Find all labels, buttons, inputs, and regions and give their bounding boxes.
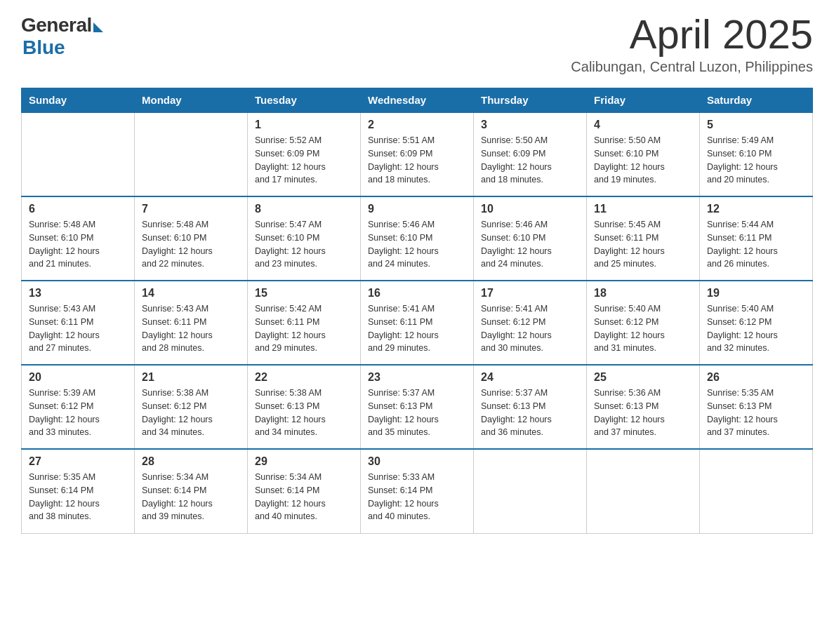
calendar-header-monday: Monday	[135, 88, 248, 113]
calendar-day-cell	[700, 449, 813, 533]
calendar-day-cell: 12Sunrise: 5:44 AM Sunset: 6:11 PM Dayli…	[700, 196, 813, 281]
day-number: 2	[368, 119, 466, 131]
day-number: 28	[142, 455, 240, 468]
day-number: 7	[142, 203, 240, 215]
day-info: Sunrise: 5:50 AM Sunset: 6:09 PM Dayligh…	[481, 134, 579, 187]
calendar-day-cell: 13Sunrise: 5:43 AM Sunset: 6:11 PM Dayli…	[22, 281, 135, 365]
calendar-header-thursday: Thursday	[474, 88, 587, 113]
day-info: Sunrise: 5:35 AM Sunset: 6:13 PM Dayligh…	[707, 387, 805, 439]
day-number: 9	[368, 203, 466, 215]
day-info: Sunrise: 5:34 AM Sunset: 6:14 PM Dayligh…	[142, 471, 240, 523]
calendar-day-cell: 1Sunrise: 5:52 AM Sunset: 6:09 PM Daylig…	[248, 112, 361, 196]
day-number: 22	[255, 371, 353, 384]
logo-general-text: General	[21, 14, 92, 36]
day-info: Sunrise: 5:50 AM Sunset: 6:10 PM Dayligh…	[594, 134, 692, 187]
day-number: 26	[707, 371, 805, 384]
title-section: April 2025 Calibungan, Central Luzon, Ph…	[571, 14, 813, 75]
calendar-day-cell: 20Sunrise: 5:39 AM Sunset: 6:12 PM Dayli…	[22, 365, 135, 449]
day-number: 5	[707, 119, 805, 131]
calendar-day-cell: 19Sunrise: 5:40 AM Sunset: 6:12 PM Dayli…	[700, 281, 813, 365]
calendar-day-cell: 8Sunrise: 5:47 AM Sunset: 6:10 PM Daylig…	[248, 196, 361, 281]
logo: General Blue	[21, 14, 103, 59]
day-info: Sunrise: 5:40 AM Sunset: 6:12 PM Dayligh…	[707, 302, 805, 355]
day-info: Sunrise: 5:37 AM Sunset: 6:13 PM Dayligh…	[368, 387, 466, 439]
day-info: Sunrise: 5:40 AM Sunset: 6:12 PM Dayligh…	[594, 302, 692, 355]
day-info: Sunrise: 5:38 AM Sunset: 6:13 PM Dayligh…	[255, 387, 353, 439]
day-number: 18	[594, 287, 692, 300]
day-info: Sunrise: 5:45 AM Sunset: 6:11 PM Dayligh…	[594, 218, 692, 271]
calendar-day-cell	[135, 112, 248, 196]
calendar-day-cell: 14Sunrise: 5:43 AM Sunset: 6:11 PM Dayli…	[135, 281, 248, 365]
calendar-day-cell: 16Sunrise: 5:41 AM Sunset: 6:11 PM Dayli…	[361, 281, 474, 365]
calendar-week-row: 6Sunrise: 5:48 AM Sunset: 6:10 PM Daylig…	[22, 196, 813, 281]
header: General Blue April 2025 Calibungan, Cent…	[21, 14, 813, 75]
calendar-day-cell	[587, 449, 700, 533]
day-number: 10	[481, 203, 579, 215]
day-info: Sunrise: 5:51 AM Sunset: 6:09 PM Dayligh…	[368, 134, 466, 187]
calendar-day-cell: 29Sunrise: 5:34 AM Sunset: 6:14 PM Dayli…	[248, 449, 361, 533]
day-info: Sunrise: 5:37 AM Sunset: 6:13 PM Dayligh…	[481, 387, 579, 439]
location-text: Calibungan, Central Luzon, Philippines	[571, 59, 813, 75]
calendar-day-cell: 24Sunrise: 5:37 AM Sunset: 6:13 PM Dayli…	[474, 365, 587, 449]
day-info: Sunrise: 5:49 AM Sunset: 6:10 PM Dayligh…	[707, 134, 805, 187]
day-number: 19	[707, 287, 805, 300]
day-number: 13	[29, 287, 127, 300]
calendar-day-cell: 22Sunrise: 5:38 AM Sunset: 6:13 PM Dayli…	[248, 365, 361, 449]
calendar-day-cell: 23Sunrise: 5:37 AM Sunset: 6:13 PM Dayli…	[361, 365, 474, 449]
day-number: 12	[707, 203, 805, 215]
day-number: 6	[29, 203, 127, 215]
day-info: Sunrise: 5:46 AM Sunset: 6:10 PM Dayligh…	[368, 218, 466, 271]
calendar-day-cell: 28Sunrise: 5:34 AM Sunset: 6:14 PM Dayli…	[135, 449, 248, 533]
logo-arrow-icon	[93, 22, 103, 32]
calendar-day-cell	[474, 449, 587, 533]
day-info: Sunrise: 5:52 AM Sunset: 6:09 PM Dayligh…	[255, 134, 353, 187]
day-info: Sunrise: 5:47 AM Sunset: 6:10 PM Dayligh…	[255, 218, 353, 271]
calendar-day-cell: 2Sunrise: 5:51 AM Sunset: 6:09 PM Daylig…	[361, 112, 474, 196]
day-number: 27	[29, 455, 127, 468]
day-info: Sunrise: 5:41 AM Sunset: 6:11 PM Dayligh…	[368, 302, 466, 355]
calendar-week-row: 1Sunrise: 5:52 AM Sunset: 6:09 PM Daylig…	[22, 112, 813, 196]
day-info: Sunrise: 5:48 AM Sunset: 6:10 PM Dayligh…	[142, 218, 240, 271]
calendar-day-cell: 15Sunrise: 5:42 AM Sunset: 6:11 PM Dayli…	[248, 281, 361, 365]
day-info: Sunrise: 5:41 AM Sunset: 6:12 PM Dayligh…	[481, 302, 579, 355]
calendar-week-row: 27Sunrise: 5:35 AM Sunset: 6:14 PM Dayli…	[22, 449, 813, 533]
day-info: Sunrise: 5:43 AM Sunset: 6:11 PM Dayligh…	[29, 302, 127, 355]
calendar-header-saturday: Saturday	[700, 88, 813, 113]
calendar-header-wednesday: Wednesday	[361, 88, 474, 113]
day-info: Sunrise: 5:42 AM Sunset: 6:11 PM Dayligh…	[255, 302, 353, 355]
day-info: Sunrise: 5:36 AM Sunset: 6:13 PM Dayligh…	[594, 387, 692, 439]
day-number: 24	[481, 371, 579, 384]
calendar-week-row: 13Sunrise: 5:43 AM Sunset: 6:11 PM Dayli…	[22, 281, 813, 365]
day-number: 16	[368, 287, 466, 300]
month-title: April 2025	[571, 14, 813, 55]
calendar-day-cell: 9Sunrise: 5:46 AM Sunset: 6:10 PM Daylig…	[361, 196, 474, 281]
calendar-day-cell: 10Sunrise: 5:46 AM Sunset: 6:10 PM Dayli…	[474, 196, 587, 281]
calendar-day-cell: 4Sunrise: 5:50 AM Sunset: 6:10 PM Daylig…	[587, 112, 700, 196]
day-info: Sunrise: 5:44 AM Sunset: 6:11 PM Dayligh…	[707, 218, 805, 271]
day-number: 11	[594, 203, 692, 215]
calendar-day-cell: 6Sunrise: 5:48 AM Sunset: 6:10 PM Daylig…	[22, 196, 135, 281]
calendar-day-cell: 17Sunrise: 5:41 AM Sunset: 6:12 PM Dayli…	[474, 281, 587, 365]
day-info: Sunrise: 5:35 AM Sunset: 6:14 PM Dayligh…	[29, 471, 127, 523]
day-number: 8	[255, 203, 353, 215]
day-number: 3	[481, 119, 579, 131]
logo-blue-text: Blue	[22, 36, 65, 59]
calendar-day-cell: 21Sunrise: 5:38 AM Sunset: 6:12 PM Dayli…	[135, 365, 248, 449]
day-number: 30	[368, 455, 466, 468]
calendar-day-cell: 11Sunrise: 5:45 AM Sunset: 6:11 PM Dayli…	[587, 196, 700, 281]
day-info: Sunrise: 5:46 AM Sunset: 6:10 PM Dayligh…	[481, 218, 579, 271]
day-number: 29	[255, 455, 353, 468]
day-number: 4	[594, 119, 692, 131]
calendar-day-cell: 7Sunrise: 5:48 AM Sunset: 6:10 PM Daylig…	[135, 196, 248, 281]
day-info: Sunrise: 5:48 AM Sunset: 6:10 PM Dayligh…	[29, 218, 127, 271]
day-number: 21	[142, 371, 240, 384]
day-info: Sunrise: 5:39 AM Sunset: 6:12 PM Dayligh…	[29, 387, 127, 439]
calendar-day-cell: 27Sunrise: 5:35 AM Sunset: 6:14 PM Dayli…	[22, 449, 135, 533]
calendar-day-cell: 30Sunrise: 5:33 AM Sunset: 6:14 PM Dayli…	[361, 449, 474, 533]
day-number: 20	[29, 371, 127, 384]
day-number: 25	[594, 371, 692, 384]
calendar-day-cell: 3Sunrise: 5:50 AM Sunset: 6:09 PM Daylig…	[474, 112, 587, 196]
calendar-day-cell: 18Sunrise: 5:40 AM Sunset: 6:12 PM Dayli…	[587, 281, 700, 365]
calendar-header-friday: Friday	[587, 88, 700, 113]
day-number: 17	[481, 287, 579, 300]
